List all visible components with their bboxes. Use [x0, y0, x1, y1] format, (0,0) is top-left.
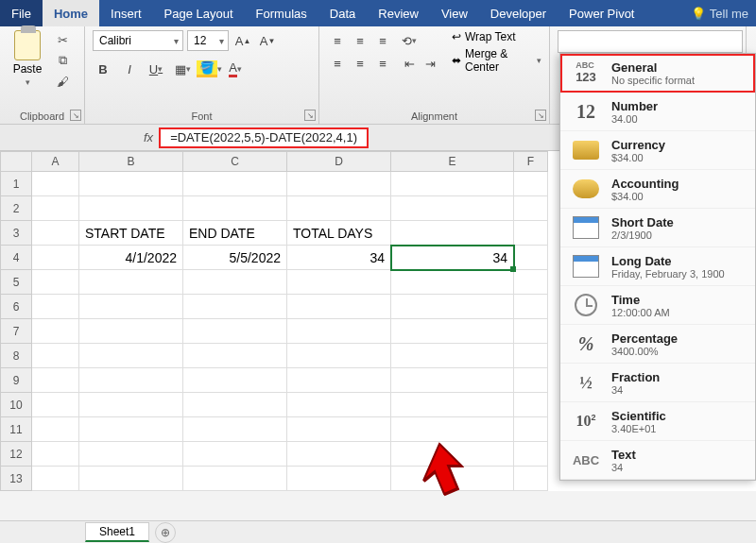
- cell-E5[interactable]: [391, 270, 514, 295]
- font-color-button[interactable]: A▾: [225, 59, 246, 79]
- row-header-13[interactable]: 13: [0, 467, 32, 491]
- cell-F3[interactable]: [514, 221, 548, 246]
- cell-C13[interactable]: [183, 467, 287, 491]
- cell-E7[interactable]: [391, 319, 514, 344]
- cell-A8[interactable]: [32, 344, 79, 368]
- format-option-time[interactable]: Time12:00:00 AM: [560, 286, 755, 325]
- row-header-9[interactable]: 9: [0, 368, 32, 393]
- cell-A2[interactable]: [32, 196, 79, 221]
- underline-button[interactable]: U▾: [146, 59, 166, 79]
- col-header-E[interactable]: E: [391, 151, 514, 172]
- row-header-3[interactable]: 3: [0, 221, 32, 246]
- cell-C5[interactable]: [183, 270, 287, 295]
- cell-A3[interactable]: [32, 221, 79, 246]
- wrap-text-button[interactable]: ↩Wrap Text: [452, 30, 541, 43]
- cell-B8[interactable]: [79, 344, 183, 368]
- orientation-button[interactable]: ⟲▾: [399, 30, 420, 51]
- border-button[interactable]: ▦▾: [172, 59, 193, 79]
- tab-formulas[interactable]: Formulas: [245, 0, 318, 26]
- cell-C1[interactable]: [183, 172, 287, 196]
- cell-E9[interactable]: [391, 368, 514, 393]
- row-header-11[interactable]: 11: [0, 417, 32, 442]
- tab-review[interactable]: Review: [367, 0, 430, 26]
- decrease-font-button[interactable]: A▼: [257, 30, 278, 51]
- formula-input[interactable]: =DATE(2022,5,5)-DATE(2022,4,1): [159, 127, 369, 148]
- cut-button[interactable]: ✂: [53, 30, 72, 49]
- cell-C2[interactable]: [183, 196, 287, 221]
- cell-E4[interactable]: 34: [391, 246, 514, 270]
- row-header-2[interactable]: 2: [0, 196, 32, 221]
- cell-C8[interactable]: [183, 344, 287, 368]
- format-option-currency[interactable]: Currency$34.00: [560, 131, 755, 170]
- cell-D3[interactable]: TOTAL DAYS: [287, 221, 391, 246]
- align-left-button[interactable]: ≡: [327, 53, 348, 74]
- italic-button[interactable]: I: [119, 59, 140, 79]
- tab-power-pivot[interactable]: Power Pivot: [558, 0, 645, 26]
- row-header-6[interactable]: 6: [0, 295, 32, 319]
- row-header-1[interactable]: 1: [0, 172, 32, 196]
- format-option-long-date[interactable]: Long DateFriday, February 3, 1900: [560, 247, 755, 286]
- cell-D1[interactable]: [287, 172, 391, 196]
- format-option-number[interactable]: 12Number34.00: [560, 93, 755, 131]
- increase-font-button[interactable]: A▲: [232, 30, 253, 51]
- cell-D13[interactable]: [287, 467, 391, 491]
- cell-D9[interactable]: [287, 368, 391, 393]
- cell-E13[interactable]: [391, 467, 514, 491]
- font-dialog-launcher[interactable]: ↘: [304, 110, 316, 121]
- cell-C12[interactable]: [183, 442, 287, 467]
- cell-C4[interactable]: 5/5/2022: [183, 246, 287, 270]
- cell-E11[interactable]: [391, 417, 514, 442]
- cell-F8[interactable]: [514, 344, 548, 368]
- decrease-indent-button[interactable]: ⇤: [399, 53, 420, 74]
- cell-F4[interactable]: [514, 246, 548, 270]
- format-option-scientific[interactable]: 102Scientific3.40E+01: [560, 402, 755, 441]
- add-sheet-button[interactable]: ⊕: [155, 522, 176, 543]
- cell-D8[interactable]: [287, 344, 391, 368]
- cell-D10[interactable]: [287, 393, 391, 417]
- cell-D7[interactable]: [287, 319, 391, 344]
- fill-color-button[interactable]: 🪣▾: [198, 59, 219, 79]
- cell-F10[interactable]: [514, 393, 548, 417]
- cell-B7[interactable]: [79, 319, 183, 344]
- cell-D11[interactable]: [287, 417, 391, 442]
- cell-D5[interactable]: [287, 270, 391, 295]
- format-option-text[interactable]: ABCText34: [560, 441, 755, 480]
- align-middle-button[interactable]: ≡: [350, 30, 370, 51]
- cell-C10[interactable]: [183, 393, 287, 417]
- cell-D6[interactable]: [287, 295, 391, 319]
- cell-B13[interactable]: [79, 467, 183, 491]
- clipboard-dialog-launcher[interactable]: ↘: [70, 110, 81, 121]
- cell-F9[interactable]: [514, 368, 548, 393]
- select-all-corner[interactable]: [0, 151, 32, 172]
- number-format-select[interactable]: [558, 30, 743, 53]
- tab-page-layout[interactable]: Page Layout: [153, 0, 245, 26]
- cell-A13[interactable]: [32, 467, 79, 491]
- bold-button[interactable]: B: [93, 59, 113, 79]
- cell-B2[interactable]: [79, 196, 183, 221]
- cell-A5[interactable]: [32, 270, 79, 295]
- col-header-B[interactable]: B: [79, 151, 183, 172]
- cell-E1[interactable]: [391, 172, 514, 196]
- increase-indent-button[interactable]: ⇥: [420, 53, 440, 74]
- cell-A4[interactable]: [32, 246, 79, 270]
- format-option-percentage[interactable]: %Percentage3400.00%: [560, 325, 755, 364]
- cell-B1[interactable]: [79, 172, 183, 196]
- row-header-8[interactable]: 8: [0, 344, 32, 368]
- col-header-D[interactable]: D: [287, 151, 391, 172]
- cell-F2[interactable]: [514, 196, 548, 221]
- cell-B4[interactable]: 4/1/2022: [79, 246, 183, 270]
- row-header-10[interactable]: 10: [0, 393, 32, 417]
- cell-C9[interactable]: [183, 368, 287, 393]
- cell-E10[interactable]: [391, 393, 514, 417]
- tab-insert[interactable]: Insert: [99, 0, 153, 26]
- format-option-general[interactable]: ABC123GeneralNo specific format: [560, 54, 755, 93]
- col-header-C[interactable]: C: [183, 151, 287, 172]
- align-center-button[interactable]: ≡: [350, 53, 370, 74]
- cell-F12[interactable]: [514, 442, 548, 467]
- format-option-short-date[interactable]: Short Date2/3/1900: [560, 209, 755, 247]
- font-size-select[interactable]: 12: [187, 30, 229, 51]
- cell-A6[interactable]: [32, 295, 79, 319]
- cell-B6[interactable]: [79, 295, 183, 319]
- cell-A12[interactable]: [32, 442, 79, 467]
- cell-B10[interactable]: [79, 393, 183, 417]
